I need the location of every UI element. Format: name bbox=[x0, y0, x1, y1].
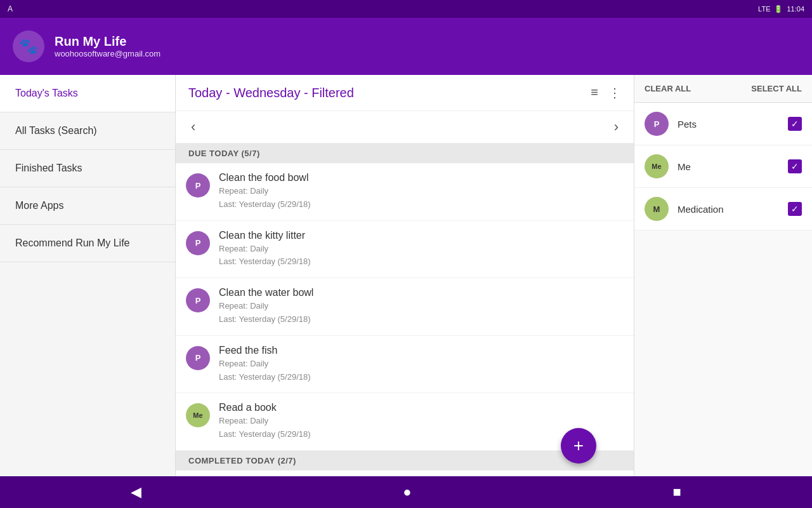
task-last: Last: Yesterday (5/29/18) bbox=[219, 313, 624, 326]
task-item-clean-kitty-litter[interactable]: P Clean the kitty litter Repeat: Daily L… bbox=[176, 221, 634, 279]
filter-checkbox-me[interactable]: ✓ bbox=[788, 159, 802, 173]
sidebar-item-recommend[interactable]: Recommend Run My Life bbox=[0, 225, 175, 262]
status-bar-left: A bbox=[8, 4, 13, 13]
filter-label-pets: Pets bbox=[678, 119, 779, 130]
filter-avatar-medication: M bbox=[645, 197, 669, 221]
select-all-button[interactable]: SELECT ALL bbox=[751, 84, 802, 93]
task-item-clean-food-bowl[interactable]: P Clean the food bowl Repeat: Daily Last… bbox=[176, 163, 634, 221]
right-panel-header: CLEAR ALL SELECT ALL bbox=[634, 75, 812, 103]
task-repeat: Repeat: Daily bbox=[219, 243, 624, 256]
app-status-icon: A bbox=[8, 4, 13, 13]
header-icons: ≡ ⋮ bbox=[591, 85, 621, 100]
task-title: Clean the water bowl bbox=[219, 287, 624, 298]
filter-item-medication[interactable]: M Medication ✓ bbox=[634, 188, 812, 231]
status-bar-right: LTE 🔋 11:04 bbox=[758, 5, 804, 13]
due-today-header: DUE TODAY (5/7) bbox=[176, 144, 634, 163]
more-icon[interactable]: ⋮ bbox=[608, 85, 621, 100]
status-bar: A LTE 🔋 11:04 bbox=[0, 0, 812, 18]
filter-checkbox-medication[interactable]: ✓ bbox=[788, 202, 802, 216]
fab-add-button[interactable]: + bbox=[561, 428, 596, 464]
main-layout: Today's Tasks All Tasks (Search) Finishe… bbox=[0, 75, 812, 476]
sidebar-item-todays-tasks[interactable]: Today's Tasks bbox=[0, 75, 175, 112]
center-content: Today - Wednesday - Filtered ≡ ⋮ ‹ › DUE… bbox=[175, 75, 634, 476]
task-avatar-pets: P bbox=[186, 231, 210, 255]
battery-icon: 🔋 bbox=[774, 5, 783, 13]
filter-avatar-me: Me bbox=[645, 154, 669, 178]
logo-icon: 🐾 bbox=[19, 37, 38, 55]
task-title: Read a book bbox=[219, 402, 624, 413]
right-panel: CLEAR ALL SELECT ALL P Pets ✓ Me Me ✓ M … bbox=[634, 75, 812, 476]
sort-icon[interactable]: ≡ bbox=[591, 85, 598, 100]
app-title-block: Run My Life woohoosoftware@gmail.com bbox=[55, 34, 160, 58]
home-button[interactable]: ● bbox=[390, 479, 424, 505]
task-item-clean-water-bowl[interactable]: P Clean the water bowl Repeat: Daily Las… bbox=[176, 278, 634, 336]
task-item-dentist-visit[interactable]: ✓ Dentist visit Repeat: Daily Next: Due … bbox=[176, 471, 634, 476]
task-info: Clean the food bowl Repeat: Daily Last: … bbox=[219, 172, 624, 211]
app-email: woohoosoftware@gmail.com bbox=[55, 49, 160, 58]
task-avatar-pets: P bbox=[186, 173, 210, 197]
filter-checkbox-pets[interactable]: ✓ bbox=[788, 117, 802, 131]
task-info: Clean the water bowl Repeat: Daily Last:… bbox=[219, 287, 624, 326]
filter-avatar-pets: P bbox=[645, 112, 669, 136]
task-repeat: Repeat: Daily bbox=[219, 185, 624, 198]
task-last: Last: Yesterday (5/29/18) bbox=[219, 371, 624, 384]
task-info: Read a book Repeat: Daily Last: Yesterda… bbox=[219, 402, 624, 441]
task-repeat: Repeat: Daily bbox=[219, 415, 624, 428]
prev-arrow[interactable]: ‹ bbox=[186, 116, 200, 138]
filter-label-me: Me bbox=[678, 161, 779, 172]
next-arrow[interactable]: › bbox=[609, 116, 624, 138]
task-avatar-pets: P bbox=[186, 288, 210, 312]
task-title: Feed the fish bbox=[219, 345, 624, 356]
content-title: Today - Wednesday - Filtered bbox=[188, 86, 354, 100]
sidebar: Today's Tasks All Tasks (Search) Finishe… bbox=[0, 75, 175, 476]
plus-icon: + bbox=[573, 436, 584, 456]
filter-item-pets[interactable]: P Pets ✓ bbox=[634, 103, 812, 145]
task-title: Clean the food bowl bbox=[219, 172, 624, 184]
task-last: Last: Yesterday (5/29/18) bbox=[219, 255, 624, 269]
sidebar-item-finished-tasks[interactable]: Finished Tasks bbox=[0, 150, 175, 187]
app-name: Run My Life bbox=[55, 34, 160, 49]
clear-all-button[interactable]: CLEAR ALL bbox=[645, 84, 691, 93]
recents-button[interactable]: ■ bbox=[660, 479, 694, 505]
signal-icon: LTE bbox=[758, 5, 770, 13]
sidebar-item-all-tasks[interactable]: All Tasks (Search) bbox=[0, 112, 175, 150]
task-avatar-pets: P bbox=[186, 346, 210, 370]
task-item-feed-fish[interactable]: P Feed the fish Repeat: Daily Last: Yest… bbox=[176, 336, 634, 394]
task-info: Feed the fish Repeat: Daily Last: Yester… bbox=[219, 345, 624, 384]
content-header: Today - Wednesday - Filtered ≡ ⋮ bbox=[176, 75, 634, 111]
task-last: Last: Yesterday (5/29/18) bbox=[219, 198, 624, 211]
task-repeat: Repeat: Daily bbox=[219, 358, 624, 371]
back-button[interactable]: ◀ bbox=[118, 479, 154, 505]
app-header: 🐾 Run My Life woohoosoftware@gmail.com bbox=[0, 18, 812, 75]
nav-row: ‹ › bbox=[176, 111, 634, 144]
task-info: Clean the kitty litter Repeat: Daily Las… bbox=[219, 230, 624, 269]
filter-item-me[interactable]: Me Me ✓ bbox=[634, 145, 812, 188]
app-logo: 🐾 bbox=[13, 30, 44, 62]
task-title: Clean the kitty litter bbox=[219, 230, 624, 241]
task-avatar-me: Me bbox=[186, 403, 210, 427]
sidebar-item-more-apps[interactable]: More Apps bbox=[0, 187, 175, 225]
time-display: 11:04 bbox=[787, 5, 804, 13]
filter-label-medication: Medication bbox=[678, 204, 779, 215]
bottom-bar: ◀ ● ■ bbox=[0, 476, 812, 508]
task-repeat: Repeat: Daily bbox=[219, 300, 624, 313]
